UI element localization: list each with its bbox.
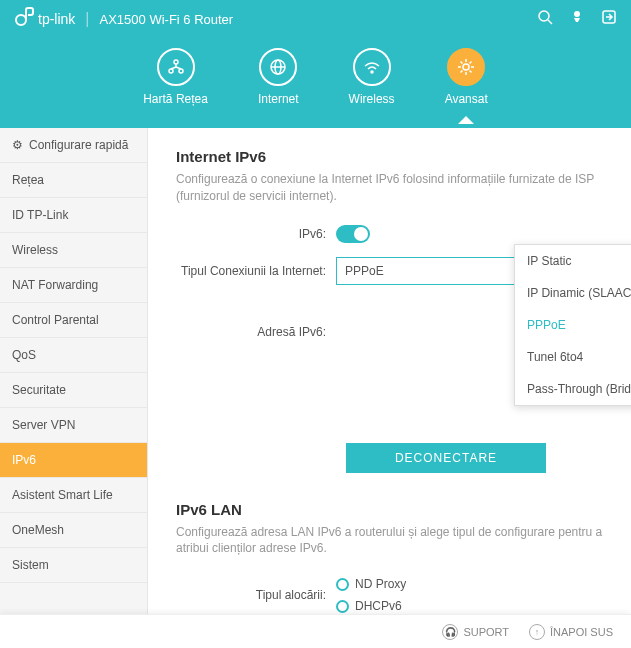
sidebar-item-label: Control Parental xyxy=(12,313,99,327)
dropdown-option-static[interactable]: IP Static xyxy=(515,245,631,277)
brand-text: tp-link xyxy=(38,11,75,27)
svg-point-3 xyxy=(574,11,580,17)
sidebar-item-smart-life[interactable]: Asistent Smart Life xyxy=(0,478,147,513)
topbar: tp-link | AX1500 Wi-Fi 6 Router xyxy=(0,0,631,38)
sidebar-item-quick-setup[interactable]: ⚙Configurare rapidă xyxy=(0,128,147,163)
sidebar-item-vpn[interactable]: Server VPN xyxy=(0,408,147,443)
sidebar-item-label: Configurare rapidă xyxy=(29,138,128,152)
sidebar-item-system[interactable]: Sistem xyxy=(0,548,147,583)
gear-small-icon: ⚙ xyxy=(12,138,23,152)
svg-point-5 xyxy=(174,60,178,64)
radio-nd-proxy[interactable]: ND Proxy xyxy=(336,577,406,591)
main-nav: Hartă Rețea Internet Wireless Avansat xyxy=(0,38,631,128)
allocation-type-label: Tipul alocării: xyxy=(176,588,336,602)
svg-line-2 xyxy=(548,20,552,24)
radio-label: ND Proxy xyxy=(355,577,406,591)
sidebar-item-label: Securitate xyxy=(12,383,66,397)
content-panel: Internet IPv6 Configurează o conexiune l… xyxy=(148,128,631,614)
sidebar-item-security[interactable]: Securitate xyxy=(0,373,147,408)
section-desc-ipv6: Configurează o conexiune la Internet IPv… xyxy=(176,171,603,205)
svg-point-0 xyxy=(16,15,26,25)
sidebar-item-label: Asistent Smart Life xyxy=(12,488,113,502)
sidebar-item-label: Sistem xyxy=(12,558,49,572)
connection-type-select[interactable]: PPPoE ⌄ xyxy=(336,257,536,285)
main-container: ⚙Configurare rapidă Rețea ID TP-Link Wir… xyxy=(0,128,631,614)
search-icon[interactable] xyxy=(537,9,553,29)
sidebar-item-label: Rețea xyxy=(12,173,44,187)
nav-label: Avansat xyxy=(445,92,488,106)
led-icon[interactable] xyxy=(569,9,585,29)
ipv6-toggle-label: IPv6: xyxy=(176,227,336,241)
section-title-lan: IPv6 LAN xyxy=(176,501,603,518)
logout-icon[interactable] xyxy=(601,9,617,29)
row-ipv6-toggle: IPv6: xyxy=(176,225,603,243)
support-link[interactable]: 🎧 SUPORT xyxy=(442,624,509,640)
sidebar-item-label: IPv6 xyxy=(12,453,36,467)
sidebar-item-network[interactable]: Rețea xyxy=(0,163,147,198)
sidebar-item-onemesh[interactable]: OneMesh xyxy=(0,513,147,548)
svg-point-11 xyxy=(371,71,373,73)
logo-icon xyxy=(14,7,34,31)
nav-label: Internet xyxy=(258,92,299,106)
section-title-ipv6: Internet IPv6 xyxy=(176,148,603,165)
sidebar-item-label: Wireless xyxy=(12,243,58,257)
sidebar-item-ipv6[interactable]: IPv6 xyxy=(0,443,147,478)
footer: 🎧 SUPORT ↑ ÎNAPOI SUS xyxy=(0,614,631,648)
radio-icon xyxy=(336,600,349,613)
topbar-actions xyxy=(537,9,617,29)
nav-advanced[interactable]: Avansat xyxy=(445,48,488,106)
svg-point-1 xyxy=(539,11,549,21)
dropdown-option-pppoe[interactable]: PPPoE xyxy=(515,309,631,341)
nav-label: Wireless xyxy=(349,92,395,106)
ipv6-toggle[interactable] xyxy=(336,225,370,243)
radio-icon xyxy=(336,578,349,591)
sidebar-item-parental[interactable]: Control Parental xyxy=(0,303,147,338)
nav-label: Hartă Rețea xyxy=(143,92,208,106)
ipv6-address-label: Adresă IPv6: xyxy=(176,325,336,339)
footer-label: ÎNAPOI SUS xyxy=(550,626,613,638)
section-desc-lan: Configurează adresa LAN IPv6 a routerulu… xyxy=(176,524,603,558)
sidebar-item-label: QoS xyxy=(12,348,36,362)
gear-icon xyxy=(447,48,485,86)
dropdown-option-passthrough[interactable]: Pass-Through (Bridge) xyxy=(515,373,631,405)
network-map-icon xyxy=(157,48,195,86)
nav-network-map[interactable]: Hartă Rețea xyxy=(143,48,208,106)
header-divider: | xyxy=(85,10,89,28)
radio-label: DHCPv6 xyxy=(355,599,402,613)
connection-type-label: Tipul Conexiunii la Internet: xyxy=(176,264,336,278)
dropdown-option-6to4[interactable]: Tunel 6to4 xyxy=(515,341,631,373)
sidebar-item-wireless[interactable]: Wireless xyxy=(0,233,147,268)
arrow-up-icon: ↑ xyxy=(529,624,545,640)
nav-wireless[interactable]: Wireless xyxy=(349,48,395,106)
allocation-radio-group: ND Proxy DHCPv6 xyxy=(336,577,406,613)
brand-logo: tp-link xyxy=(14,7,75,31)
globe-icon xyxy=(259,48,297,86)
sidebar-item-label: NAT Forwarding xyxy=(12,278,98,292)
sidebar-item-label: OneMesh xyxy=(12,523,64,537)
sidebar-item-qos[interactable]: QoS xyxy=(0,338,147,373)
connection-type-dropdown: IP Static IP Dinamic (SLAAC/DHCPv6) PPPo… xyxy=(514,244,631,406)
wifi-icon xyxy=(353,48,391,86)
sidebar-item-label: Server VPN xyxy=(12,418,75,432)
nav-internet[interactable]: Internet xyxy=(258,48,299,106)
product-name: AX1500 Wi-Fi 6 Router xyxy=(100,12,234,27)
row-allocation-type: Tipul alocării: ND Proxy DHCPv6 xyxy=(176,577,603,613)
select-value: PPPoE xyxy=(345,264,384,278)
sidebar-item-nat[interactable]: NAT Forwarding xyxy=(0,268,147,303)
svg-point-7 xyxy=(179,69,183,73)
svg-point-6 xyxy=(169,69,173,73)
disconnect-button[interactable]: DECONECTARE xyxy=(346,443,546,473)
footer-label: SUPORT xyxy=(463,626,509,638)
sidebar-item-label: ID TP-Link xyxy=(12,208,68,222)
headset-icon: 🎧 xyxy=(442,624,458,640)
radio-dhcpv6[interactable]: DHCPv6 xyxy=(336,599,406,613)
svg-point-12 xyxy=(463,64,469,70)
sidebar-item-tplink-id[interactable]: ID TP-Link xyxy=(0,198,147,233)
sidebar: ⚙Configurare rapidă Rețea ID TP-Link Wir… xyxy=(0,128,148,614)
dropdown-option-dynamic[interactable]: IP Dinamic (SLAAC/DHCPv6) xyxy=(515,277,631,309)
back-to-top-link[interactable]: ↑ ÎNAPOI SUS xyxy=(529,624,613,640)
